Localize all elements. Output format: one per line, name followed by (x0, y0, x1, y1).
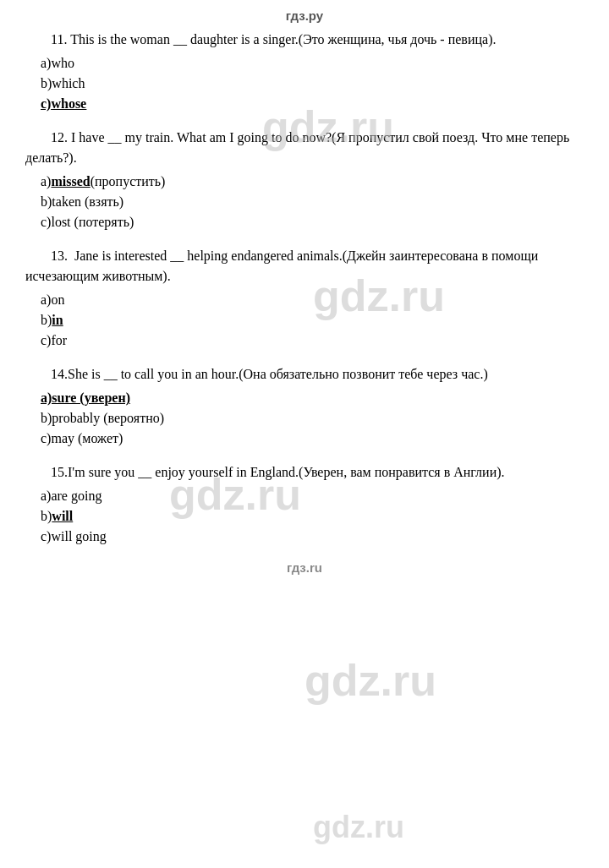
q14-correct-answer: a)sure (уверен) (41, 390, 130, 405)
question-15-text: 15.I'm sure you __ enjoy yourself in Eng… (25, 462, 584, 483)
header-site-label: гдз.ру (286, 8, 323, 23)
q15-option-b: b)will (41, 506, 584, 527)
q15-option-c: c)will going (41, 527, 584, 547)
question-12-text: 12. I have __ my train. What am I going … (25, 128, 584, 168)
q15-option-a: a)are going (41, 486, 584, 506)
q13-option-b: b)in (41, 310, 584, 330)
question-13-text: 13. Jane is interested __ helping endang… (25, 246, 584, 287)
q12-option-a: a)missed(пропустить) (41, 172, 584, 192)
q11-option-b: b)which (41, 74, 584, 94)
q14-option-b: b)probably (вероятно) (41, 408, 584, 429)
q14-option-c: c)may (может) (41, 429, 584, 449)
q12-correct-answer: missed (51, 174, 90, 188)
question-11-text: 11. This is the woman __ daughter is a s… (25, 30, 584, 50)
footer: гдз.ru (25, 560, 584, 575)
site-header: гдз.ру (25, 8, 584, 23)
q13-option-a: a)on (41, 290, 584, 310)
q11-option-a: a)who (41, 53, 584, 74)
q14-option-a: a)sure (уверен) (41, 388, 584, 408)
q13-correct-answer: in (52, 313, 63, 327)
q11-correct-answer: whose (51, 96, 86, 111)
question-14: 14.She is __ to call you in an hour.(Она… (25, 364, 584, 449)
watermark-5: gdz.ru (313, 810, 404, 845)
q11-option-c: c)whose (41, 94, 584, 114)
question-12: 12. I have __ my train. What am I going … (25, 128, 584, 232)
footer-site-label: гдз.ru (287, 560, 322, 575)
question-14-text: 14.She is __ to call you in an hour.(Она… (25, 364, 584, 385)
question-15: 15.I'm sure you __ enjoy yourself in Eng… (25, 462, 584, 547)
q11-word-the: the (110, 32, 127, 46)
q15-correct-answer: will (52, 509, 73, 523)
q12-option-b: b)taken (взять) (41, 192, 584, 212)
question-13: 13. Jane is interested __ helping endang… (25, 246, 584, 351)
watermark-4: gdz.ru (304, 655, 436, 706)
question-11: 11. This is the woman __ daughter is a s… (25, 30, 584, 114)
page-container: гдз.ру gdz.ru gdz.ru gdz.ru gdz.ru gdz.r… (0, 0, 609, 600)
q11-number: 11. (51, 32, 70, 46)
q13-option-c: c)for (41, 330, 584, 351)
q12-option-c: c)lost (потерять) (41, 212, 584, 232)
